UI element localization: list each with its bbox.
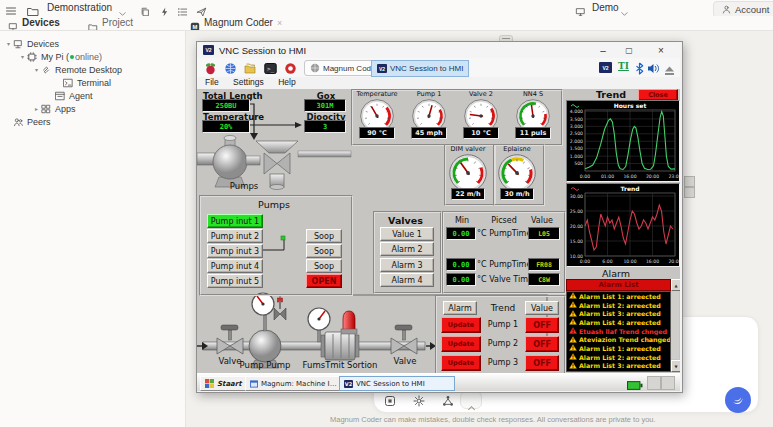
pump-input-button-3[interactable]: Pump inut 3: [207, 244, 263, 258]
minimize-button[interactable]: –: [595, 44, 611, 56]
chevron-down-icon[interactable]: ▾: [18, 53, 27, 60]
browser-globe-icon[interactable]: [224, 61, 237, 74]
battery-icon[interactable]: [627, 377, 643, 388]
raspberry-menu-icon[interactable]: [204, 61, 217, 74]
expand-chevron-button[interactable]: [460, 391, 482, 409]
pump-input-button-2[interactable]: Pump inut 2: [207, 229, 263, 243]
tray-square[interactable]: [661, 376, 675, 390]
tray-text-tool-icon[interactable]: TI: [618, 61, 629, 71]
alarm-list-item[interactable]: !Alarm List 2: arreected: [567, 353, 670, 362]
agent-icon: [55, 91, 66, 101]
alarm-list-item[interactable]: !Ateviazion Trend changed: [567, 335, 670, 344]
menu-help[interactable]: Help: [272, 77, 301, 87]
file-manager-icon[interactable]: [244, 61, 257, 74]
warning-icon: !: [569, 362, 577, 370]
share-nodes-icon[interactable]: [442, 393, 454, 405]
tab-devices[interactable]: Devices: [8, 17, 60, 28]
pump-input-button-5[interactable]: Pump inut 5: [207, 274, 263, 288]
gauge-label: Pump 1: [417, 90, 442, 99]
taskbar-magnum-machine[interactable]: Magnum: Machine Inter...: [245, 376, 345, 391]
svg-text:1.500: 1.500: [570, 146, 583, 151]
media-player-icon[interactable]: [284, 61, 297, 74]
update-button-1[interactable]: Update: [441, 317, 481, 333]
soop-button-1[interactable]: Soop: [306, 229, 342, 243]
valve-button-4[interactable]: Alarm 4: [380, 273, 434, 287]
close-icon[interactable]: ×: [277, 18, 282, 28]
pump-input-button-4[interactable]: Pump inut 4: [207, 259, 263, 273]
bluetooth-icon[interactable]: [634, 61, 645, 74]
pump-row-label: Pump 3: [485, 358, 521, 367]
start-button[interactable]: Staart: [200, 376, 248, 391]
alarm-scroll-up[interactable]: ▲: [671, 279, 680, 291]
edge-handle[interactable]: [684, 187, 695, 198]
alarm-list-item[interactable]: !Etuash llaf Trend chnged: [567, 327, 670, 336]
tab-project[interactable]: Project: [88, 17, 133, 28]
editor-tab-magnum-coder[interactable]: M Magnum Coder ×: [190, 16, 282, 29]
maximize-button[interactable]: ▢: [621, 44, 637, 56]
tree-item-remotedesktop[interactable]: ▾Remote Desktop: [0, 63, 185, 76]
alarm-list-item[interactable]: !Alarm List 4: arreected: [567, 318, 670, 327]
folder-icon[interactable]: [27, 3, 39, 13]
panel-collapse-icon[interactable]: [499, 31, 513, 41]
alarm-list-item[interactable]: !Alarm List 1: arreected: [567, 344, 670, 353]
pumps-box: Pumps Pump inut 1Pump inut 2Pump inut 3P…: [199, 195, 353, 296]
tray-vnc-icon[interactable]: V2: [599, 62, 612, 73]
alarm-scrollbar-track[interactable]: [671, 291, 679, 359]
tree-item-mypi[interactable]: ▾My Pi (online): [0, 50, 185, 63]
taskbar-vnc-session[interactable]: V2 VNC Session to HMI: [339, 376, 455, 391]
tree-item-agent[interactable]: Agent: [0, 89, 185, 102]
chevron-down-icon[interactable]: ▾: [4, 40, 13, 47]
chevron-down-icon[interactable]: ▾: [32, 66, 41, 73]
disclaimer-text: Magnum Coder can make mistakes, double c…: [330, 415, 773, 424]
taskbar-vnc-label: VNC Session to HMI: [356, 380, 425, 388]
gear-icon[interactable]: [413, 393, 425, 405]
menu-icon[interactable]: [5, 3, 17, 13]
volume-icon[interactable]: [647, 61, 661, 74]
open-button[interactable]: OPEN: [306, 274, 342, 288]
value-column-button[interactable]: Value: [525, 301, 559, 315]
alarm-list-item[interactable]: !Alarm List 3: arreected: [567, 309, 670, 318]
apps-icon: [41, 104, 52, 114]
tree-item-peers[interactable]: Peers: [0, 115, 185, 128]
alarm-scroll-down[interactable]: ▼: [671, 360, 680, 372]
workspace-switcher[interactable]: Demonstration: [47, 2, 112, 13]
pump-input-button-1[interactable]: Pump inut 1: [207, 214, 263, 228]
update-button-3[interactable]: Update: [441, 355, 481, 371]
update-button-2[interactable]: Update: [441, 336, 481, 352]
stop-box-icon[interactable]: [384, 393, 396, 405]
edge-handle[interactable]: [684, 176, 695, 187]
readout-temperature-value: 20%: [202, 120, 250, 133]
soop-button-3[interactable]: Soop: [306, 259, 342, 273]
gauge-value: 90 °C: [359, 127, 395, 139]
valve-button-3[interactable]: Alarm 3: [380, 258, 434, 272]
min-value-display: 0.00: [446, 273, 476, 286]
chevron-right-icon[interactable]: ▸: [32, 105, 41, 112]
assistant-button[interactable]: [725, 387, 751, 413]
valve-button-1[interactable]: Value 1: [380, 227, 434, 241]
terminal-app-icon[interactable]: >_: [264, 61, 277, 74]
svg-text:!: !: [572, 354, 574, 360]
tree-item-terminal[interactable]: Terminal: [0, 76, 185, 89]
bolt-icon[interactable]: [159, 3, 170, 13]
copy-icon[interactable]: [140, 3, 151, 13]
alarm-list-item[interactable]: !Alarm List 1: arreected: [567, 292, 670, 301]
valve-button-2[interactable]: Alarm 2: [380, 242, 434, 256]
tray-square[interactable]: [647, 376, 661, 390]
close-button[interactable]: ×: [653, 44, 669, 56]
alarm-column-button[interactable]: Alarm: [443, 301, 477, 315]
warning-icon: !: [569, 301, 577, 309]
tree-item-apps[interactable]: ▸Apps: [0, 102, 185, 115]
eject-icon[interactable]: [664, 62, 675, 73]
svg-text:!: !: [572, 293, 574, 299]
demo-switcher[interactable]: Demo: [592, 2, 619, 13]
vnc-titlebar[interactable]: V2 VNC Session to HMI – ▢ ×: [197, 42, 680, 59]
alarm-list-item[interactable]: !Alarm List 2: arreected: [567, 301, 670, 310]
menu-settings[interactable]: Settings: [227, 77, 270, 87]
list-icon[interactable]: [177, 3, 188, 13]
tree-item-devices[interactable]: ▾Devices: [0, 37, 185, 50]
alarm-list-item[interactable]: !Alarm List 3: arreected: [567, 362, 670, 371]
send-icon[interactable]: [196, 3, 207, 13]
soop-button-2[interactable]: Soop: [306, 244, 342, 258]
menu-file[interactable]: File: [199, 77, 225, 87]
vnc-session-tab[interactable]: V2 VNC Session to HMI: [371, 60, 469, 77]
